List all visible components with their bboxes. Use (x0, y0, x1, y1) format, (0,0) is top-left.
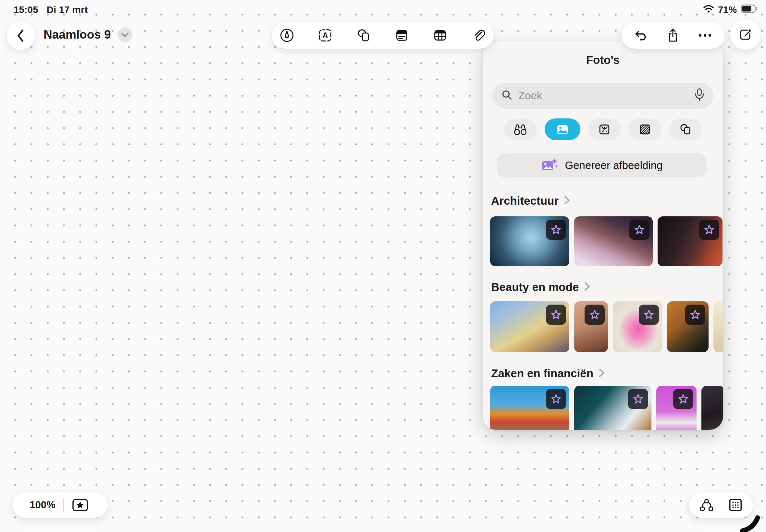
chevron-right-icon (563, 195, 571, 207)
tab-photos[interactable] (545, 118, 580, 140)
generate-image-button[interactable]: Genereer afbeelding (497, 153, 707, 177)
table-tool-button[interactable] (433, 28, 448, 43)
attachment-tool-button[interactable] (471, 28, 486, 43)
more-button[interactable] (698, 33, 712, 38)
section-title: Architectuur (491, 194, 559, 207)
status-bar-right: 71% (703, 5, 758, 15)
status-bar-left: 15:05 Di 17 mrt (14, 5, 88, 15)
chevron-right-icon (583, 281, 591, 293)
shapes-tool-button[interactable] (356, 28, 371, 43)
photo-thumbnail-blueprint-hands[interactable] (574, 216, 653, 266)
photo-thumbnail-savings-house-coins[interactable] (656, 386, 697, 430)
search-input[interactable] (518, 90, 689, 102)
ai-playground-badge[interactable] (685, 305, 705, 325)
wifi-icon (703, 5, 714, 15)
search-field[interactable] (493, 83, 713, 109)
favorites-star-button[interactable] (72, 499, 88, 512)
section-title: Zaken en financiën (491, 367, 593, 380)
photo-row-architectuur (490, 216, 723, 266)
back-button[interactable] (6, 21, 35, 50)
date: Di 17 mrt (47, 5, 88, 15)
ink-stroke (737, 509, 766, 532)
photo-thumbnail-shipping-containers[interactable] (490, 386, 569, 430)
board-title-group: Naamloos 9 (43, 27, 132, 42)
insert-toolbar: A (272, 22, 494, 49)
tab-explore[interactable] (504, 118, 537, 140)
board-title-menu-button[interactable] (117, 27, 132, 42)
section-header-architectuur[interactable]: Architectuur (491, 194, 571, 207)
photos-panel: Foto's (483, 41, 723, 430)
photo-thumbnail-ties-and-belt[interactable] (667, 301, 709, 352)
draw-tool-button[interactable] (279, 28, 294, 43)
panel-title: Foto's (483, 54, 723, 67)
tab-illustrations[interactable] (588, 118, 621, 140)
text-tool-button[interactable]: A (318, 28, 333, 43)
battery-icon (741, 5, 758, 15)
ai-playground-badge[interactable] (585, 305, 605, 325)
divider (63, 498, 64, 512)
search-icon (502, 90, 513, 102)
photo-row-zaken-en-financien (490, 386, 723, 430)
section-header-zaken-en-financien[interactable]: Zaken en financiën (491, 367, 606, 380)
section-header-beauty-en-mode[interactable]: Beauty en mode (491, 281, 591, 294)
zoom-controls: 100% (12, 492, 108, 518)
action-toolbar (622, 22, 725, 49)
ai-playground-badge[interactable] (699, 220, 719, 240)
photo-thumbnail-cosmetics-partial[interactable] (713, 301, 723, 352)
ai-playground-badge[interactable] (546, 389, 566, 409)
tab-shapes[interactable] (669, 118, 702, 140)
photo-thumbnail-skyscrapers-low-angle[interactable] (490, 216, 569, 266)
ai-playground-badge[interactable] (629, 220, 650, 240)
photo-thumbnail-person-partial[interactable] (701, 386, 723, 430)
photo-row-beauty-en-mode (490, 301, 723, 352)
note-tool-button[interactable] (395, 28, 409, 43)
freeform-canvas[interactable]: 15:05 Di 17 mrt 71% Naamloos 9 (0, 0, 766, 532)
ai-playground-badge[interactable] (628, 389, 648, 409)
photo-thumbnail-smiling-faces[interactable] (574, 301, 608, 352)
dictation-mic-icon[interactable] (695, 88, 704, 103)
photo-thumbnail-business-meeting-balcony[interactable] (574, 386, 651, 430)
media-tabs (483, 118, 723, 140)
battery-percent: 71% (718, 5, 737, 15)
section-title: Beauty en mode (491, 281, 579, 294)
ai-playground-badge[interactable] (639, 305, 659, 325)
chevron-right-icon (598, 368, 606, 379)
new-board-button[interactable] (730, 19, 761, 50)
share-button[interactable] (666, 28, 680, 43)
photo-thumbnail-construction-worker[interactable] (658, 216, 723, 266)
board-title: Naamloos 9 (43, 28, 111, 42)
clock: 15:05 (14, 5, 38, 15)
zoom-level-button[interactable]: 100% (23, 499, 62, 511)
ai-playground-badge[interactable] (673, 389, 693, 409)
ai-playground-badge[interactable] (546, 220, 566, 240)
tab-patterns[interactable] (629, 118, 662, 140)
connectors-diagram-button[interactable] (699, 498, 714, 512)
photo-thumbnail-group-of-friends[interactable] (490, 301, 569, 352)
svg-text:A: A (322, 31, 328, 40)
generate-image-label: Genereer afbeelding (565, 159, 663, 172)
generate-image-icon (541, 157, 558, 174)
undo-button[interactable] (634, 29, 648, 42)
photo-thumbnail-pink-suit-model[interactable] (613, 301, 662, 352)
ai-playground-badge[interactable] (546, 305, 566, 325)
